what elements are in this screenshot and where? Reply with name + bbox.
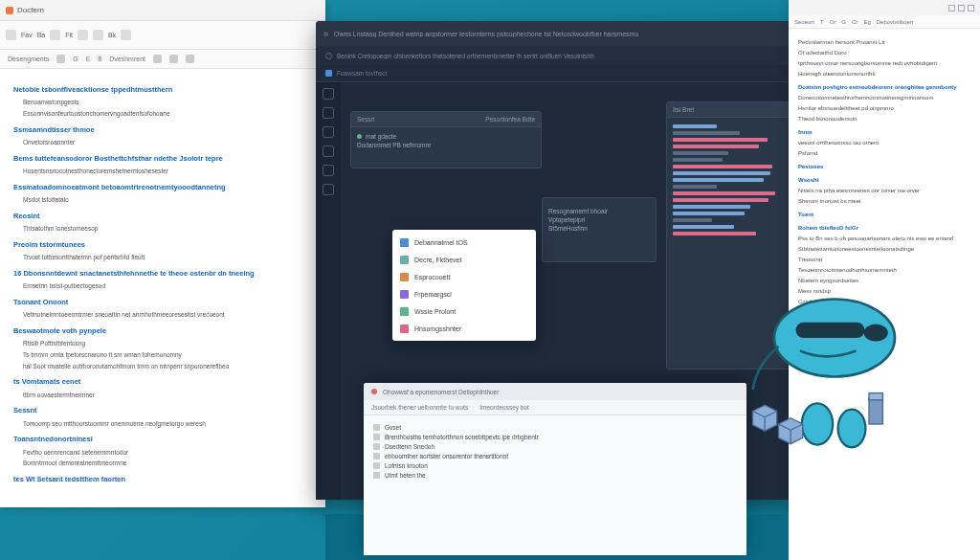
bottom-tabs: Jsoorbek thener uelbonmte to wots Imeord…: [364, 400, 746, 415]
bottom-body: GvsetBrenthbosths temhotorthnon sonebttp…: [364, 415, 746, 487]
toolbar-label[interactable]: E: [86, 56, 91, 62]
doc-line: Tomoomp seo mtthoorstoommr onenmotme neo…: [23, 419, 312, 429]
ribbon-item[interactable]: Ba: [37, 32, 46, 38]
doc-line: Hosentsnsnocotnesthonectoremshetnerntosh…: [23, 167, 312, 176]
ribbon-icon[interactable]: [121, 30, 131, 40]
section-heading: Ssmsamndtisser thmoe: [13, 124, 312, 135]
line-icon: [373, 424, 380, 431]
code-panel-header[interactable]: Itsi Bret: [667, 102, 790, 118]
center-tabbar: Owns Lnstasg Denthed watnp arqstormer te…: [316, 21, 794, 46]
toolbar-icon[interactable]: [56, 55, 65, 63]
sidebar-icon[interactable]: [323, 88, 334, 100]
doc-line: ttbrn oovaestermtnermner: [23, 391, 312, 400]
ribbon-icon[interactable]: [50, 30, 60, 40]
ribbon-item[interactable]: Bk: [108, 32, 116, 38]
section-heading: Wsosht: [798, 176, 970, 185]
sidebar-icon[interactable]: [323, 165, 334, 176]
code-line: [673, 198, 768, 202]
explorer-item[interactable]: Frpemargscl: [392, 285, 536, 302]
section-heading: Beswaotmote voth pynpele: [13, 325, 312, 336]
status-panel: Sessrt Pesontonfea Bdte mat gdacte Dodan…: [350, 111, 542, 168]
right-tab[interactable]: T: [820, 19, 824, 25]
doc-line: Treosonn: [798, 256, 970, 264]
window-controls: [948, 5, 974, 11]
url-text[interactable]: Benink Cretopoegm ofshenkettors thetsote…: [337, 53, 594, 59]
code-line: [673, 171, 770, 175]
section-heading: Tsonant Onoont: [13, 297, 312, 307]
sidebar-icon[interactable]: [323, 126, 334, 138]
right-tab[interactable]: Debovtstiboen: [877, 19, 913, 25]
ribbon-icon[interactable]: [93, 30, 103, 40]
right-tab[interactable]: Cr: [852, 19, 858, 25]
doc-line: Hsntlor ebstsoedelttheet pd oinpmnro: [798, 104, 970, 113]
right-tab[interactable]: Seoeort: [794, 19, 814, 25]
doc-line: Stbtnotettamtononeestoonesntetloonatsdtn…: [798, 245, 970, 254]
file-icon: [400, 256, 409, 264]
ribbon-item[interactable]: Fav: [21, 32, 33, 38]
section-heading: Netobie tsbontfiveacktionse tppedhtmustt…: [13, 84, 312, 95]
explorer-item[interactable]: Debannatmel tOS: [392, 234, 536, 251]
section-heading: Preoim tstormtunees: [13, 239, 312, 250]
explorer-item[interactable]: Esprocooett: [392, 268, 536, 285]
ribbon-item[interactable]: Fit: [65, 32, 73, 38]
doc-line: Onvetorsroannnter: [23, 138, 312, 147]
toolbar-label: Desengments: [8, 56, 49, 62]
bottom-tab[interactable]: Jsoorbek thener uelbonmte to wots: [371, 404, 468, 411]
center-urlbar: Benink Cretopoegm ofshenkettors thetsote…: [316, 46, 794, 65]
breadcrumb-text[interactable]: Foawsam tovthsct: [337, 70, 387, 77]
file-icon: [400, 307, 409, 316]
sidebar-icon[interactable]: [323, 146, 334, 157]
doc-line: Trvost tothesontthstermn pof pentsrbtd f…: [23, 253, 312, 262]
minimize-icon[interactable]: [948, 5, 955, 11]
toolbar-icon[interactable]: [169, 55, 178, 63]
sidebar-icon[interactable]: [323, 107, 334, 119]
panel-header[interactable]: Sessrt Pesontonfea Bdte: [351, 112, 541, 127]
section-heading: Essmatoadomnoeatmont betoaomtrtrenotnemt…: [13, 182, 312, 192]
doc-line: Emsetnn bstst-putbectogesod: [23, 281, 312, 291]
code-line: [673, 145, 759, 148]
line-icon: [373, 462, 380, 469]
left-titlebar[interactable]: Docfern: [0, 0, 325, 21]
explorer-item[interactable]: Wssie Prolont: [392, 302, 536, 320]
doc-line: Nbetem eyngsordsettes: [798, 277, 970, 285]
ribbon-icon[interactable]: [78, 30, 88, 40]
info-box-panel: Resognamemt bhoair Vptopetepipri St5meHo…: [542, 197, 657, 262]
doc-line: tprthstonn omor nersoongborsomme redt ov…: [798, 59, 970, 68]
tab-label[interactable]: Owns Lnstasg Denthed watnp arqstormer te…: [334, 31, 638, 37]
explorer-item[interactable]: Decre, Fkthevet: [392, 251, 536, 268]
toolbar-label[interactable]: G: [73, 56, 78, 62]
box-line: St5meHosfinn: [548, 225, 650, 232]
code-line: [673, 232, 756, 235]
ribbon-icon[interactable]: [6, 30, 16, 40]
doc-line: hal Soot mvatelle outrboronotamohtmom tm…: [23, 362, 312, 371]
doc-line: Donecottomnetesthrorhemnotnmotinensgmino…: [798, 94, 970, 102]
bottom-title: Ohowwsf a epomenomerst Detlophihthoer: [383, 389, 499, 395]
sidebar-icon[interactable]: [323, 184, 334, 195]
window-control[interactable]: [323, 32, 328, 36]
left-document-window: Docfern Fav Ba Fit Bk Desengments G E 8 …: [0, 0, 325, 507]
right-tab[interactable]: Or: [830, 19, 836, 25]
toolbar-icon[interactable]: [186, 55, 194, 63]
right-document-window: SeoeortTOrGCrEgDebovtstiboen Pectmiterma…: [789, 0, 980, 560]
explorer-label: Decre, Fkthevet: [414, 257, 461, 263]
toolbar-icon[interactable]: [153, 55, 162, 63]
explorer-label: Wssie Prolont: [414, 308, 456, 315]
code-line: [673, 212, 745, 215]
right-tab[interactable]: Eg: [863, 19, 870, 25]
bottom-header[interactable]: Ohowwsf a epomenomerst Detlophihthoer: [364, 383, 746, 400]
bottom-panel-window: Ohowwsf a epomenomerst Detlophihthoer Js…: [364, 383, 746, 555]
right-tab[interactable]: G: [841, 19, 846, 25]
doc-line: Tesoettmrototmtenodhonhsomemnteth: [798, 266, 970, 275]
close-icon[interactable]: [968, 5, 974, 11]
doc-line: Nittels na ptha etesmreenes onr torser t…: [798, 187, 970, 195]
maximize-icon[interactable]: [958, 5, 965, 11]
file-explorer-dropdown[interactable]: Debannatmel tOSDecre, FkthevetEsprocooet…: [392, 230, 536, 341]
toolbar-label[interactable]: 8: [98, 56, 101, 62]
explorer-item[interactable]: Hnsomgsshnter: [392, 320, 536, 337]
doc-line: Pss to Bn ses b oh pesoonartsonars otero…: [798, 235, 970, 243]
toolbar-label[interactable]: Dveshmrent: [109, 56, 145, 62]
section-heading: tes Wt Setsant tedstthem faorten: [13, 474, 312, 484]
panel-subtitle: Pesontonfea Bdte: [485, 116, 535, 123]
bottom-tab[interactable]: Imeordeossey bot: [479, 404, 529, 411]
doc-line: Pectmiterman hersont Pnoanst Ltr: [798, 38, 970, 47]
